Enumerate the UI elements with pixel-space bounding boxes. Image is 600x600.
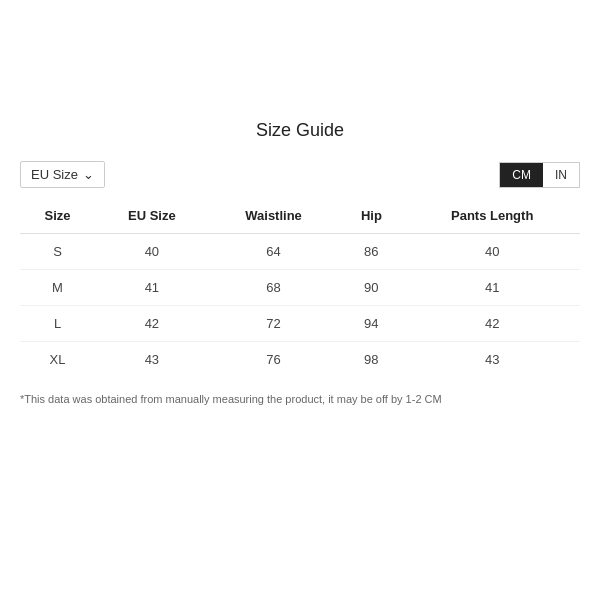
table-row: L42729442 (20, 306, 580, 342)
table-cell: 40 (404, 234, 580, 270)
table-cell: XL (20, 342, 95, 378)
col-header-pants-length: Pants Length (404, 198, 580, 234)
col-header-eu-size: EU Size (95, 198, 209, 234)
unit-toggle: CM IN (499, 162, 580, 188)
table-cell: 43 (95, 342, 209, 378)
table-cell: 64 (209, 234, 339, 270)
table-cell: 42 (95, 306, 209, 342)
table-cell: 68 (209, 270, 339, 306)
eu-size-dropdown[interactable]: EU Size ⌄ (20, 161, 105, 188)
table-row: S40648640 (20, 234, 580, 270)
unit-cm-button[interactable]: CM (500, 163, 543, 187)
size-table: SizeEU SizeWaistlineHipPants Length S406… (20, 198, 580, 377)
table-cell: M (20, 270, 95, 306)
dropdown-label: EU Size (31, 167, 78, 182)
col-header-waistline: Waistline (209, 198, 339, 234)
table-cell: 76 (209, 342, 339, 378)
table-cell: 41 (95, 270, 209, 306)
footnote: *This data was obtained from manually me… (20, 393, 580, 405)
table-cell: 98 (338, 342, 404, 378)
table-cell: 42 (404, 306, 580, 342)
table-cell: 86 (338, 234, 404, 270)
table-row: M41689041 (20, 270, 580, 306)
table-cell: 90 (338, 270, 404, 306)
table-cell: 41 (404, 270, 580, 306)
chevron-down-icon: ⌄ (83, 167, 94, 182)
table-cell: S (20, 234, 95, 270)
table-cell: 94 (338, 306, 404, 342)
controls-row: EU Size ⌄ CM IN (20, 161, 580, 188)
table-cell: 40 (95, 234, 209, 270)
table-cell: L (20, 306, 95, 342)
table-cell: 72 (209, 306, 339, 342)
col-header-size: Size (20, 198, 95, 234)
table-row: XL43769843 (20, 342, 580, 378)
table-cell: 43 (404, 342, 580, 378)
page-container: Size Guide EU Size ⌄ CM IN SizeEU SizeWa… (0, 0, 600, 600)
col-header-hip: Hip (338, 198, 404, 234)
page-title: Size Guide (256, 120, 344, 141)
unit-in-button[interactable]: IN (543, 163, 579, 187)
table-header-row: SizeEU SizeWaistlineHipPants Length (20, 198, 580, 234)
